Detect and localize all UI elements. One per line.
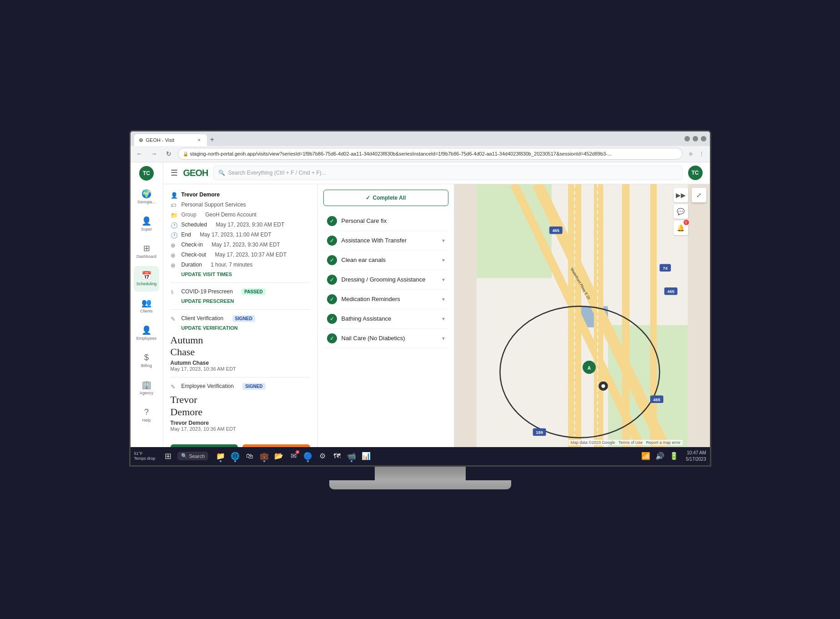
checkout-icon: ⊕ (171, 252, 178, 259)
nav-user-avatar[interactable]: TC (688, 166, 703, 180)
taskbar-app-mail[interactable]: ✉5 (287, 449, 300, 463)
taskbar-app-excel[interactable]: 📊 (359, 449, 373, 463)
tab-bar: ⊕ GEOH - Visit ✕ + (134, 131, 682, 146)
sidebar-label-dashboard: Dashboard (136, 255, 156, 259)
complete-all-button[interactable]: ✓ Complete All (323, 190, 448, 206)
update-prescreen-link[interactable]: UPDATE PRESCREEN (181, 298, 310, 304)
sidebar-item-clients[interactable]: 👥 Clients (134, 293, 159, 319)
taskbar-app-settings[interactable]: ⚙ (316, 449, 329, 463)
win-close-btn[interactable] (701, 136, 706, 141)
map-notification-btn[interactable]: 🔔 2 (674, 221, 688, 235)
window-controls (684, 136, 706, 141)
taskbar-search[interactable]: 🔍 Search (177, 452, 209, 460)
task-item-medication[interactable]: ✓ Medication Reminders ▾ (323, 290, 448, 309)
browser-tab[interactable]: ⊕ GEOH - Visit ✕ (134, 134, 207, 146)
task-chevron-bathing: ▾ (442, 316, 445, 322)
taskbar-app-browser[interactable]: 🌐 (228, 449, 242, 463)
map-container: Waterfront Pkwy E Dr A (454, 184, 710, 447)
new-tab-button[interactable]: + (207, 134, 218, 145)
sidebar-label-georgia: Georgia... (137, 200, 156, 205)
taskbar-app-store[interactable]: 🛍 (243, 449, 257, 463)
task-toggle-nail-care[interactable]: ✓ (327, 333, 337, 343)
complete-all-label: Complete All (373, 195, 406, 201)
menu-icon[interactable]: ⋮ (697, 149, 706, 158)
task-name-personal-care: Personal Care fix (342, 217, 445, 224)
taskbar-search-icon: 🔍 (181, 453, 187, 459)
client-sig-name: Autumn Chase (171, 360, 310, 366)
tab-close-btn[interactable]: ✕ (196, 137, 202, 143)
task-toggle-bathing[interactable]: ✓ (327, 314, 337, 324)
client-verification-label: Client Verification (181, 315, 224, 322)
task-item-bathing[interactable]: ✓ Bathing Assistance ▾ (323, 309, 448, 329)
duration-label: Duration (181, 262, 202, 268)
win-maximize-btn[interactable] (693, 136, 698, 141)
taskbar-wifi-icon[interactable]: 📶 (639, 450, 652, 463)
end-row: 🕐 End May 17, 2023, 11:00 AM EDT (171, 231, 310, 239)
windows-start-btn[interactable]: ⊞ (161, 449, 176, 463)
sidebar-item-employees[interactable]: 👤 Employees (134, 321, 159, 346)
taskbar-app-zoom[interactable]: 📹 (345, 449, 358, 463)
user-avatar[interactable]: TC (139, 166, 154, 181)
win-minimize-btn[interactable] (684, 136, 690, 141)
taskbar-app-files[interactable]: 📁 (214, 449, 227, 463)
map-fullscreen-btn[interactable]: ⤢ (692, 188, 706, 202)
task-toggle-dressing[interactable]: ✓ (327, 275, 337, 285)
task-name-clean-ear: Clean ear canals (342, 257, 438, 263)
update-visit-times-link[interactable]: UPDATE VISIT TIMES (181, 272, 310, 277)
sidebar-label-agency: Agency (140, 391, 153, 396)
task-chevron-nail-care: ▾ (442, 335, 445, 342)
task-chevron-assistance-transfer: ▾ (442, 237, 445, 244)
task-item-clean-ear[interactable]: ✓ Clean ear canals ▾ (323, 251, 448, 270)
global-search[interactable]: 🔍 Search Everything (Ctrl + F / Cmd + F)… (213, 166, 682, 180)
task-toggle-medication[interactable]: ✓ (327, 294, 337, 304)
back-button[interactable]: ← (134, 148, 145, 159)
taskbar-app-teams[interactable]: 💼 (257, 449, 271, 463)
update-verification-link[interactable]: UPDATE VERIFICATION (181, 325, 310, 331)
taskbar-app-explorer[interactable]: 📂 (272, 449, 286, 463)
sidebar-item-billing[interactable]: $ Billing (134, 348, 159, 373)
group-name: GeoH Demo Account (205, 211, 257, 218)
sidebar-label-billing: Billing (141, 364, 152, 368)
emp-verification-icon: ✎ (171, 383, 178, 390)
sidebar-label-employees: Employees (136, 337, 157, 341)
task-item-assistance-transfer[interactable]: ✓ Assistance With Transfer ▾ (323, 231, 448, 251)
sidebar-item-help[interactable]: ? Help (134, 403, 159, 428)
map-chat-btn[interactable]: 💬 (674, 204, 688, 219)
duration-icon: ⊕ (171, 262, 178, 269)
sidebar-item-scheduling[interactable]: 📅 Scheduling (134, 266, 159, 292)
taskbar-app-chrome[interactable]: 🔵 (301, 449, 315, 463)
hamburger-menu[interactable]: ☰ (171, 168, 178, 178)
sidebar-item-super[interactable]: 👤 Super (134, 211, 159, 237)
task-toggle-assistance-transfer[interactable]: ✓ (327, 236, 337, 246)
checkout-row: ⊕ Check-out May 17, 2023, 10:37 AM EDT (171, 252, 310, 259)
task-toggle-clean-ear[interactable]: ✓ (327, 255, 337, 265)
divider-1 (171, 282, 310, 283)
forward-button[interactable]: → (149, 148, 160, 159)
taskbar-battery-icon[interactable]: 🔋 (668, 450, 680, 463)
sidebar-item-agency[interactable]: 🏢 Agency (134, 375, 159, 401)
sidebar-item-dashboard[interactable]: ⊞ Dashboard (134, 239, 159, 264)
sidebar-item-georgia[interactable]: 🌍 Georgia... (134, 184, 159, 210)
group-label: Group (181, 211, 196, 218)
visit-panel: 👤 Trevor Demore 🏷 Personal Support Servi… (163, 184, 318, 447)
tab-title: GEOH - Visit (146, 137, 175, 143)
map-overlay-controls: ⤢ (692, 188, 706, 202)
address-bar: ← → ↻ 🔒 staging-north-portal.geoh.app/vi… (131, 146, 710, 162)
checkout-value: May 17, 2023, 10:37 AM EDT (215, 252, 287, 258)
task-item-nail-care[interactable]: ✓ Nail Care (No Diabetics) ▾ (323, 329, 448, 348)
map-collapse-btn[interactable]: ▶▶ (674, 188, 688, 202)
taskbar-volume-icon[interactable]: 🔊 (654, 450, 666, 463)
scheduled-row: 🕐 Scheduled May 17, 2023, 9:30 AM EDT (171, 221, 310, 229)
billing-icon: $ (144, 353, 149, 362)
url-bar[interactable]: 🔒 staging-north-portal.geoh.app/visits/v… (178, 148, 683, 160)
task-item-dressing[interactable]: ✓ Dressing / Grooming Assistance ▾ (323, 270, 448, 290)
clients-icon: 👥 (141, 298, 151, 308)
sidebar-label-scheduling: Scheduling (136, 282, 157, 287)
bookmark-icon[interactable]: ☆ (686, 149, 695, 158)
covid-row: ⚕ COVID-19 Prescreen PASSED (171, 288, 310, 296)
map-attribution: Map data ©2023 Google Terms of Use Repor… (568, 440, 682, 445)
taskbar-app-maps[interactable]: 🗺 (330, 449, 344, 463)
reload-button[interactable]: ↻ (163, 148, 174, 159)
task-item-personal-care[interactable]: ✓ Personal Care fix (323, 211, 448, 231)
task-toggle-personal-care[interactable]: ✓ (327, 216, 337, 226)
